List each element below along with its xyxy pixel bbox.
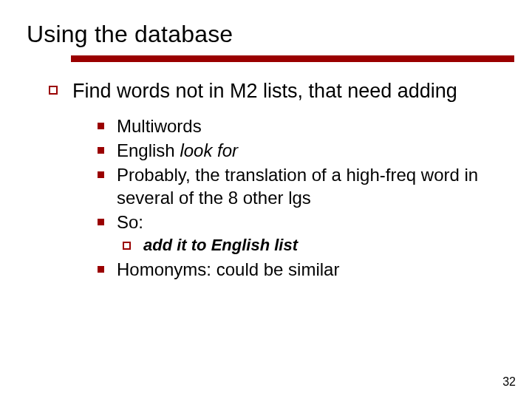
level3-text: add it to English list bbox=[143, 236, 298, 254]
title-underline bbox=[71, 55, 514, 62]
slide-title: Using the database bbox=[27, 21, 505, 48]
square-filled-bullet-icon bbox=[98, 219, 104, 225]
level2-text: So: bbox=[117, 212, 143, 232]
level2-group: Multiwords English look for Probably, th… bbox=[117, 115, 505, 282]
level2-text-italic: look for bbox=[180, 140, 238, 160]
slide: Using the database Find words not in M2 … bbox=[0, 0, 532, 399]
page-number: 32 bbox=[502, 375, 516, 389]
level1-text: Find words not in M2 lists, that need ad… bbox=[72, 80, 457, 102]
level2-text: Probably, the translation of a high-freq… bbox=[117, 165, 478, 208]
level2-text: Homonyms: could be similar bbox=[117, 259, 339, 279]
bullet-level2: Probably, the translation of a high-freq… bbox=[117, 163, 505, 209]
level2-text: Multiwords bbox=[117, 116, 202, 136]
bullet-level2: So: add it to English list bbox=[117, 211, 505, 256]
bullet-level3: add it to English list bbox=[143, 235, 505, 256]
level2-text-prefix: English bbox=[117, 140, 180, 160]
square-open-bullet-icon bbox=[123, 242, 131, 250]
square-filled-bullet-icon bbox=[98, 123, 104, 129]
square-filled-bullet-icon bbox=[98, 147, 104, 154]
bullet-level2: English look for bbox=[117, 139, 505, 162]
square-open-bullet-icon bbox=[49, 86, 58, 95]
square-filled-bullet-icon bbox=[98, 171, 104, 178]
bullet-level2: Homonyms: could be similar bbox=[117, 258, 505, 281]
level3-group: add it to English list bbox=[143, 235, 505, 256]
bullet-level1: Find words not in M2 lists, that need ad… bbox=[72, 78, 505, 281]
bullet-level2: Multiwords bbox=[117, 115, 505, 137]
square-filled-bullet-icon bbox=[98, 266, 104, 273]
